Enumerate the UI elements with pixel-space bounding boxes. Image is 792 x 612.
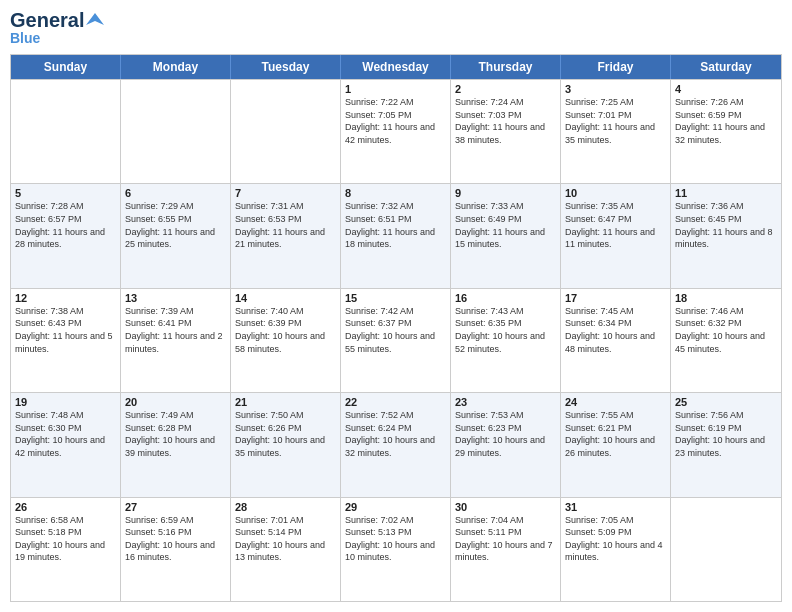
calendar-row-0: 1Sunrise: 7:22 AM Sunset: 7:05 PM Daylig… xyxy=(11,79,781,183)
day-info: Sunrise: 7:02 AM Sunset: 5:13 PM Dayligh… xyxy=(345,514,446,564)
calendar-day-8: 8Sunrise: 7:32 AM Sunset: 6:51 PM Daylig… xyxy=(341,184,451,287)
calendar-day-7: 7Sunrise: 7:31 AM Sunset: 6:53 PM Daylig… xyxy=(231,184,341,287)
day-number: 19 xyxy=(15,396,116,408)
calendar-day-9: 9Sunrise: 7:33 AM Sunset: 6:49 PM Daylig… xyxy=(451,184,561,287)
calendar-empty-cell xyxy=(11,80,121,183)
day-number: 30 xyxy=(455,501,556,513)
day-number: 23 xyxy=(455,396,556,408)
day-number: 1 xyxy=(345,83,446,95)
day-info: Sunrise: 7:33 AM Sunset: 6:49 PM Dayligh… xyxy=(455,200,556,250)
day-info: Sunrise: 7:55 AM Sunset: 6:21 PM Dayligh… xyxy=(565,409,666,459)
day-info: Sunrise: 7:56 AM Sunset: 6:19 PM Dayligh… xyxy=(675,409,777,459)
day-info: Sunrise: 7:49 AM Sunset: 6:28 PM Dayligh… xyxy=(125,409,226,459)
day-info: Sunrise: 7:24 AM Sunset: 7:03 PM Dayligh… xyxy=(455,96,556,146)
calendar-day-27: 27Sunrise: 6:59 AM Sunset: 5:16 PM Dayli… xyxy=(121,498,231,601)
day-number: 22 xyxy=(345,396,446,408)
calendar-day-18: 18Sunrise: 7:46 AM Sunset: 6:32 PM Dayli… xyxy=(671,289,781,392)
calendar-day-5: 5Sunrise: 7:28 AM Sunset: 6:57 PM Daylig… xyxy=(11,184,121,287)
weekday-header-wednesday: Wednesday xyxy=(341,55,451,79)
day-number: 16 xyxy=(455,292,556,304)
calendar-day-20: 20Sunrise: 7:49 AM Sunset: 6:28 PM Dayli… xyxy=(121,393,231,496)
calendar-row-1: 5Sunrise: 7:28 AM Sunset: 6:57 PM Daylig… xyxy=(11,183,781,287)
day-number: 2 xyxy=(455,83,556,95)
calendar-day-15: 15Sunrise: 7:42 AM Sunset: 6:37 PM Dayli… xyxy=(341,289,451,392)
logo-general: General xyxy=(10,10,84,30)
calendar-day-22: 22Sunrise: 7:52 AM Sunset: 6:24 PM Dayli… xyxy=(341,393,451,496)
calendar-day-16: 16Sunrise: 7:43 AM Sunset: 6:35 PM Dayli… xyxy=(451,289,561,392)
day-number: 6 xyxy=(125,187,226,199)
day-number: 31 xyxy=(565,501,666,513)
weekday-header-saturday: Saturday xyxy=(671,55,781,79)
day-info: Sunrise: 7:26 AM Sunset: 6:59 PM Dayligh… xyxy=(675,96,777,146)
day-number: 11 xyxy=(675,187,777,199)
weekday-header-sunday: Sunday xyxy=(11,55,121,79)
calendar-row-2: 12Sunrise: 7:38 AM Sunset: 6:43 PM Dayli… xyxy=(11,288,781,392)
day-number: 20 xyxy=(125,396,226,408)
calendar-day-26: 26Sunrise: 6:58 AM Sunset: 5:18 PM Dayli… xyxy=(11,498,121,601)
day-info: Sunrise: 7:40 AM Sunset: 6:39 PM Dayligh… xyxy=(235,305,336,355)
calendar-day-29: 29Sunrise: 7:02 AM Sunset: 5:13 PM Dayli… xyxy=(341,498,451,601)
calendar-day-2: 2Sunrise: 7:24 AM Sunset: 7:03 PM Daylig… xyxy=(451,80,561,183)
calendar-day-21: 21Sunrise: 7:50 AM Sunset: 6:26 PM Dayli… xyxy=(231,393,341,496)
day-number: 13 xyxy=(125,292,226,304)
day-number: 3 xyxy=(565,83,666,95)
day-info: Sunrise: 7:28 AM Sunset: 6:57 PM Dayligh… xyxy=(15,200,116,250)
calendar-body: 1Sunrise: 7:22 AM Sunset: 7:05 PM Daylig… xyxy=(11,79,781,601)
day-info: Sunrise: 7:29 AM Sunset: 6:55 PM Dayligh… xyxy=(125,200,226,250)
calendar-day-11: 11Sunrise: 7:36 AM Sunset: 6:45 PM Dayli… xyxy=(671,184,781,287)
day-info: Sunrise: 7:43 AM Sunset: 6:35 PM Dayligh… xyxy=(455,305,556,355)
day-info: Sunrise: 7:53 AM Sunset: 6:23 PM Dayligh… xyxy=(455,409,556,459)
day-number: 4 xyxy=(675,83,777,95)
calendar-day-12: 12Sunrise: 7:38 AM Sunset: 6:43 PM Dayli… xyxy=(11,289,121,392)
svg-marker-0 xyxy=(86,13,104,25)
day-info: Sunrise: 7:46 AM Sunset: 6:32 PM Dayligh… xyxy=(675,305,777,355)
calendar-day-17: 17Sunrise: 7:45 AM Sunset: 6:34 PM Dayli… xyxy=(561,289,671,392)
day-info: Sunrise: 7:01 AM Sunset: 5:14 PM Dayligh… xyxy=(235,514,336,564)
day-number: 25 xyxy=(675,396,777,408)
calendar-day-31: 31Sunrise: 7:05 AM Sunset: 5:09 PM Dayli… xyxy=(561,498,671,601)
day-number: 24 xyxy=(565,396,666,408)
day-number: 26 xyxy=(15,501,116,513)
page: General Blue SundayMondayTuesdayWednesda… xyxy=(0,0,792,612)
calendar-day-19: 19Sunrise: 7:48 AM Sunset: 6:30 PM Dayli… xyxy=(11,393,121,496)
day-number: 28 xyxy=(235,501,336,513)
day-info: Sunrise: 7:04 AM Sunset: 5:11 PM Dayligh… xyxy=(455,514,556,564)
calendar-day-30: 30Sunrise: 7:04 AM Sunset: 5:11 PM Dayli… xyxy=(451,498,561,601)
calendar-day-24: 24Sunrise: 7:55 AM Sunset: 6:21 PM Dayli… xyxy=(561,393,671,496)
day-info: Sunrise: 7:22 AM Sunset: 7:05 PM Dayligh… xyxy=(345,96,446,146)
calendar-empty-cell xyxy=(121,80,231,183)
logo-blue: Blue xyxy=(10,30,40,46)
day-info: Sunrise: 7:35 AM Sunset: 6:47 PM Dayligh… xyxy=(565,200,666,250)
day-info: Sunrise: 7:38 AM Sunset: 6:43 PM Dayligh… xyxy=(15,305,116,355)
day-number: 9 xyxy=(455,187,556,199)
day-info: Sunrise: 7:39 AM Sunset: 6:41 PM Dayligh… xyxy=(125,305,226,355)
weekday-header-tuesday: Tuesday xyxy=(231,55,341,79)
day-info: Sunrise: 7:50 AM Sunset: 6:26 PM Dayligh… xyxy=(235,409,336,459)
day-number: 14 xyxy=(235,292,336,304)
calendar-day-6: 6Sunrise: 7:29 AM Sunset: 6:55 PM Daylig… xyxy=(121,184,231,287)
calendar-day-14: 14Sunrise: 7:40 AM Sunset: 6:39 PM Dayli… xyxy=(231,289,341,392)
day-info: Sunrise: 7:52 AM Sunset: 6:24 PM Dayligh… xyxy=(345,409,446,459)
day-number: 15 xyxy=(345,292,446,304)
calendar-day-25: 25Sunrise: 7:56 AM Sunset: 6:19 PM Dayli… xyxy=(671,393,781,496)
weekday-header-monday: Monday xyxy=(121,55,231,79)
day-info: Sunrise: 7:31 AM Sunset: 6:53 PM Dayligh… xyxy=(235,200,336,250)
day-info: Sunrise: 7:25 AM Sunset: 7:01 PM Dayligh… xyxy=(565,96,666,146)
calendar-day-4: 4Sunrise: 7:26 AM Sunset: 6:59 PM Daylig… xyxy=(671,80,781,183)
calendar: SundayMondayTuesdayWednesdayThursdayFrid… xyxy=(10,54,782,602)
day-info: Sunrise: 7:45 AM Sunset: 6:34 PM Dayligh… xyxy=(565,305,666,355)
calendar-day-3: 3Sunrise: 7:25 AM Sunset: 7:01 PM Daylig… xyxy=(561,80,671,183)
day-info: Sunrise: 7:05 AM Sunset: 5:09 PM Dayligh… xyxy=(565,514,666,564)
day-info: Sunrise: 7:32 AM Sunset: 6:51 PM Dayligh… xyxy=(345,200,446,250)
day-info: Sunrise: 7:42 AM Sunset: 6:37 PM Dayligh… xyxy=(345,305,446,355)
weekday-header-thursday: Thursday xyxy=(451,55,561,79)
calendar-day-1: 1Sunrise: 7:22 AM Sunset: 7:05 PM Daylig… xyxy=(341,80,451,183)
logo: General Blue xyxy=(10,10,104,46)
calendar-day-23: 23Sunrise: 7:53 AM Sunset: 6:23 PM Dayli… xyxy=(451,393,561,496)
calendar-day-10: 10Sunrise: 7:35 AM Sunset: 6:47 PM Dayli… xyxy=(561,184,671,287)
calendar-header: SundayMondayTuesdayWednesdayThursdayFrid… xyxy=(11,55,781,79)
day-number: 29 xyxy=(345,501,446,513)
day-number: 10 xyxy=(565,187,666,199)
day-number: 8 xyxy=(345,187,446,199)
day-number: 17 xyxy=(565,292,666,304)
